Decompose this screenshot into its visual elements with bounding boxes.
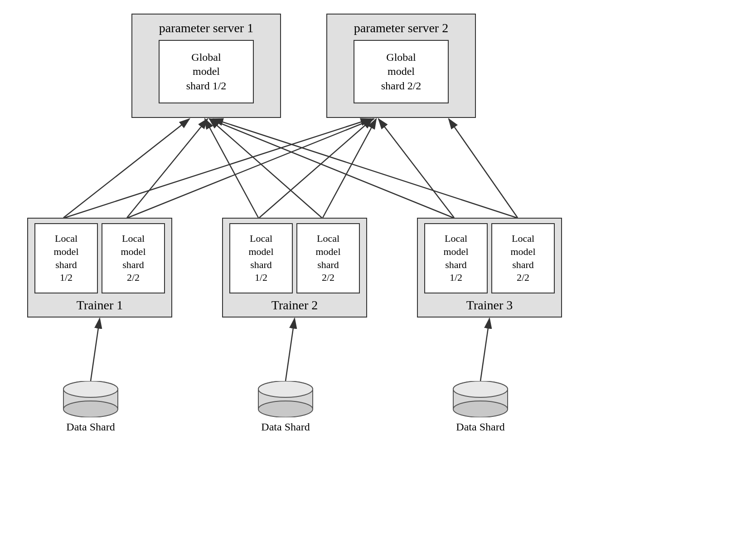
data-shard-2-label: Data Shard [261, 421, 310, 433]
arrow-t2s1-ps2 [259, 119, 373, 218]
trainer-2: Localmodelshard1/2 Localmodelshard2/2 Tr… [222, 218, 367, 318]
cylinder-3-icon [449, 381, 512, 417]
local-shard-2-2: Localmodelshard2/2 [296, 223, 360, 293]
cylinder-1-icon [59, 381, 122, 417]
param-server-2-label: parameter server 2 [354, 21, 448, 35]
arrow-t3s2-ps1 [213, 119, 517, 218]
svg-point-16 [453, 401, 508, 417]
param-server-1-label: parameter server 1 [159, 21, 253, 35]
data-shard-3: Data Shard [449, 381, 512, 433]
arrow-t1s1-ps1 [63, 119, 189, 218]
trainer-2-shards: Localmodelshard1/2 Localmodelshard2/2 [229, 223, 360, 293]
arrow-t1s2-ps2 [128, 119, 374, 218]
trainer-2-label: Trainer 2 [271, 298, 318, 313]
local-shard-1-2: Localmodelshard2/2 [102, 223, 165, 293]
data-shard-3-label: Data Shard [456, 421, 504, 433]
svg-point-5 [63, 381, 118, 397]
arrow-t2s2-ps1 [209, 119, 322, 218]
data-shard-1: Data Shard [59, 381, 122, 433]
arrow-t2s1-ps1 [205, 119, 258, 218]
diagram: parameter server 1 Globalmodelshard 1/2 … [0, 0, 756, 557]
trainer-3: Localmodelshard1/2 Localmodelshard2/2 Tr… [417, 218, 562, 318]
local-shard-1-1: Localmodelshard1/2 [34, 223, 98, 293]
arrow-t3s1-ps2 [378, 119, 454, 218]
trainer-1-label: Trainer 1 [77, 298, 123, 313]
trainer-1-shards: Localmodelshard1/2 Localmodelshard2/2 [34, 223, 165, 293]
local-shard-3-1: Localmodelshard1/2 [424, 223, 488, 293]
svg-point-17 [453, 381, 508, 397]
data-shard-2: Data Shard [254, 381, 317, 433]
local-shard-3-2: Localmodelshard2/2 [491, 223, 555, 293]
cylinder-2-icon [254, 381, 317, 417]
global-model-shard-2: Globalmodelshard 2/2 [354, 40, 449, 103]
global-model-shard-1: Globalmodelshard 1/2 [159, 40, 254, 103]
arrow-ds2-t2 [286, 318, 295, 381]
arrow-t3s2-ps2 [449, 119, 518, 218]
arrow-t1s2-ps1 [127, 119, 208, 218]
arrow-t1s1-ps2 [65, 119, 371, 218]
svg-point-11 [258, 381, 313, 397]
trainer-1: Localmodelshard1/2 Localmodelshard2/2 Tr… [27, 218, 172, 318]
arrow-ds3-t3 [480, 318, 489, 381]
arrow-t3s1-ps1 [209, 119, 453, 218]
arrow-ds1-t1 [91, 318, 100, 381]
trainer-3-label: Trainer 3 [466, 298, 513, 313]
param-server-2: parameter server 2 Globalmodelshard 2/2 [326, 14, 476, 118]
svg-point-10 [258, 401, 313, 417]
svg-point-4 [63, 401, 118, 417]
trainer-3-shards: Localmodelshard1/2 Localmodelshard2/2 [424, 223, 555, 293]
param-server-1: parameter server 1 Globalmodelshard 1/2 [131, 14, 281, 118]
arrow-t2s2-ps2 [323, 119, 376, 218]
data-shard-1-label: Data Shard [66, 421, 115, 433]
local-shard-2-1: Localmodelshard1/2 [229, 223, 293, 293]
